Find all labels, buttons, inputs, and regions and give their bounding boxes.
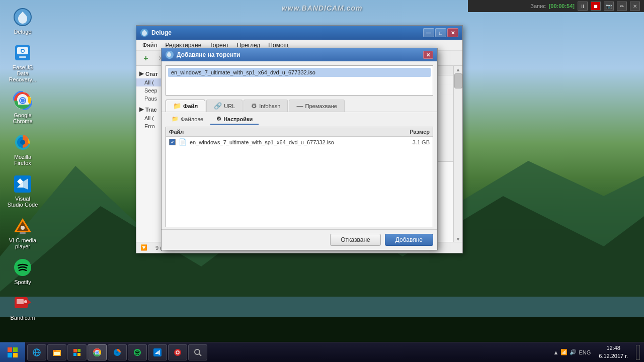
torrent-url-area[interactable]: en_windows_7_ultimate_with_sp1_x64_dvd_u…	[166, 65, 433, 96]
sub-tab-settings[interactable]: ⚙ Настройки	[210, 114, 259, 125]
desktop-icon-spotify[interactable]: Spotify	[5, 255, 40, 287]
vscode-label: Visual Studio Code	[7, 196, 38, 208]
file-list-header: Файл Размер	[166, 127, 433, 137]
tab-file[interactable]: 📁 Файл	[166, 100, 205, 112]
taskbar-explorer[interactable]	[47, 344, 66, 360]
explorer-icon	[52, 347, 62, 357]
bandicam-screenshot-btn[interactable]: 📷	[604, 2, 614, 11]
dialog-titlebar[interactable]: Добавяне на торенти ✕	[162, 48, 437, 61]
right-scrollbar[interactable]: ▲ ▼	[453, 66, 462, 242]
taskbar-firefox[interactable]	[108, 344, 127, 360]
firefox-taskbar-icon	[112, 347, 122, 357]
file-item-size: 3.1 GB	[413, 139, 430, 145]
file-checkbox[interactable]: ✓	[169, 139, 176, 145]
file-col-size: Размер	[410, 129, 430, 135]
desktop-icon-chrome[interactable]: Google Chrome	[5, 88, 40, 126]
taskbar-clock[interactable]: 12:48 6.12.2017 г.	[595, 344, 632, 360]
url-tab-icon: 🔗	[214, 102, 222, 110]
svg-rect-21	[20, 232, 26, 234]
menu-file[interactable]: Файл	[138, 41, 162, 50]
add-torrent-dialog: Добавяне на торенти ✕ en_windows_7_ultim…	[161, 48, 438, 250]
bandicam-status: Запис	[530, 3, 545, 9]
taskbar: ▲ 📶 🔊 ENG 12:48 6.12.2017 г.	[0, 342, 644, 362]
taskbar-spotify[interactable]	[128, 344, 147, 360]
svg-rect-44	[73, 353, 76, 356]
tab-remove[interactable]: — Премахване	[289, 100, 344, 112]
taskbar-ie[interactable]	[27, 344, 46, 360]
bandicam-pause-btn[interactable]: ⏸	[578, 2, 588, 11]
tab-infohash[interactable]: ⚙ Infohash	[244, 100, 288, 112]
search-taskbar-icon	[193, 347, 203, 357]
bandicam-close-btn[interactable]: ✕	[630, 2, 640, 11]
file-item-name: en_windows_7_ultimate_with_sp1_x64_dvd_u…	[190, 139, 410, 145]
easeus-label: EaseUS Data Recovery...	[7, 64, 38, 82]
taskbar-bandicam-btn[interactable]	[168, 344, 187, 360]
taskbar-chrome[interactable]	[88, 344, 107, 360]
files-sub-tab-icon: 📁	[172, 116, 179, 122]
dialog-sub-tabs: 📁 Файлове ⚙ Настройки	[162, 112, 437, 125]
spotify-icon	[13, 257, 33, 278]
remove-tab-icon: —	[296, 102, 303, 110]
desktop-icon-bandicam[interactable]: Bandicam	[5, 291, 40, 323]
chrome-label: Google Chrome	[7, 112, 38, 124]
ie-icon	[32, 347, 42, 357]
svg-point-56	[177, 351, 179, 353]
svg-point-22	[21, 226, 25, 230]
tab-url[interactable]: 🔗 URL	[206, 100, 243, 112]
settings-sub-tab-label: Настройки	[223, 116, 253, 122]
clock-date: 6.12.2017 г.	[599, 352, 628, 360]
show-desktop-btn[interactable]	[632, 345, 644, 360]
start-button[interactable]	[0, 342, 25, 363]
bandicam-label: Bandicam	[11, 315, 35, 321]
dialog-tabs: 📁 Файл 🔗 URL ⚙ Infohash — Премахване	[162, 100, 437, 112]
desktop-icon-firefox[interactable]: Mozilla Firefox	[5, 130, 40, 168]
file-list-area: Файл Размер ✓ 📄 en_windows_7_ultimate_wi…	[166, 127, 433, 227]
add-btn[interactable]: +	[139, 52, 152, 64]
file-list-item[interactable]: ✓ 📄 en_windows_7_ultimate_with_sp1_x64_d…	[166, 137, 433, 147]
add-button[interactable]: Добавяне	[385, 234, 433, 246]
dialog-close-btn[interactable]: ✕	[423, 51, 433, 59]
taskbar-vscode[interactable]	[148, 344, 167, 360]
svg-rect-33	[13, 353, 18, 357]
deluge-window-icon	[140, 29, 148, 37]
bandicam-taskbar-icon	[173, 347, 183, 357]
chrome-taskbar-icon	[92, 347, 102, 357]
svg-rect-7	[19, 56, 26, 58]
svg-rect-32	[8, 353, 12, 357]
deluge-titlebar[interactable]: Deluge — □ ✕	[136, 26, 462, 40]
dialog-title-icon	[166, 51, 174, 59]
taskbar-search-btn[interactable]	[188, 344, 207, 360]
cancel-button[interactable]: Отказване	[330, 234, 381, 246]
files-sub-tab-label: Файлове	[181, 116, 203, 122]
file-item-icon: 📄	[179, 138, 187, 146]
file-col-name: Файл	[169, 129, 184, 135]
svg-rect-42	[73, 349, 76, 352]
maximize-btn[interactable]: □	[435, 28, 446, 37]
infohash-tab-icon: ⚙	[251, 102, 257, 110]
scrollbar-thumb[interactable]	[454, 73, 462, 88]
desktop-icon-easeus[interactable]: EaseUS Data Recovery...	[5, 41, 40, 84]
svg-rect-38	[53, 350, 56, 351]
torrent-url-item[interactable]: en_windows_7_ultimate_with_sp1_x64_dvd_u…	[168, 68, 431, 77]
svg-rect-43	[77, 349, 80, 352]
svg-point-49	[96, 351, 98, 353]
vlc-icon	[13, 216, 33, 236]
sub-tab-files[interactable]: 📁 Файлове	[166, 114, 209, 125]
svg-rect-39	[54, 352, 60, 355]
minimize-btn[interactable]: —	[423, 28, 434, 37]
svg-point-27	[24, 300, 27, 303]
svg-rect-30	[8, 347, 12, 352]
desktop-icon-vscode[interactable]: Visual Studio Code	[5, 172, 40, 210]
svg-line-58	[199, 354, 201, 356]
bandicam-edit-btn[interactable]: ✏	[617, 2, 627, 11]
taskbar-store[interactable]	[67, 344, 87, 360]
svg-point-14	[21, 99, 25, 103]
svg-rect-45	[77, 353, 80, 356]
deluge-window-title: Deluge	[151, 29, 172, 36]
bandicam-stop-btn[interactable]: ⏹	[591, 2, 601, 11]
tray-arrow[interactable]: ▲	[553, 349, 559, 355]
firefox-icon	[13, 132, 33, 152]
desktop-icon-vlc[interactable]: VLC media player	[5, 214, 40, 251]
desktop-icon-deluge[interactable]: Deluge	[5, 5, 40, 37]
close-window-btn[interactable]: ✕	[447, 28, 458, 37]
